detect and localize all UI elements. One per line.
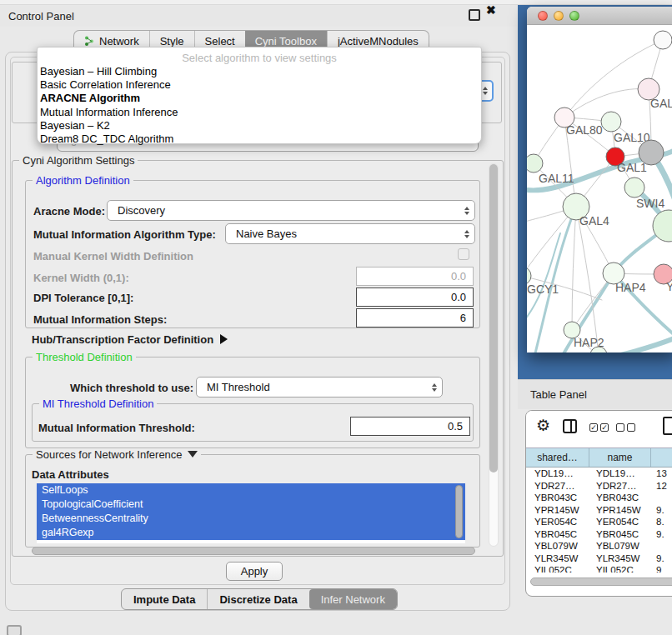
table-cell: YIL052C [526, 565, 589, 572]
split-columns-icon[interactable] [563, 419, 577, 433]
window-close-icon[interactable] [538, 11, 548, 21]
table-cell: YBR045C [526, 529, 589, 539]
mi-threshold-input[interactable] [350, 417, 470, 436]
network-node[interactable] [527, 154, 543, 172]
screen: Control Panel ✖ Network Style Select Cyn… [0, 0, 672, 635]
algorithm-definition-title: Algorithm Definition [33, 174, 133, 187]
combo-arrows-icon [459, 207, 474, 215]
which-threshold-combo[interactable]: MI Threshold [196, 377, 443, 398]
deselect-all-checkboxes-icon[interactable] [616, 423, 635, 432]
dpi-tolerance-input[interactable] [356, 288, 474, 307]
table-row[interactable]: YLR345WYLR345W9. [526, 552, 672, 565]
table-cell: YLR345W [589, 553, 651, 563]
column-header-name[interactable]: name [589, 448, 651, 467]
table-cell: 12 [651, 481, 672, 491]
threshold-definition-title: Threshold Definition [33, 351, 136, 363]
aracne-mode-label: Aracne Mode: [33, 205, 105, 218]
dropdown-item-selected[interactable]: ARACNE Algorithm [40, 92, 479, 105]
column-header-cut[interactable] [651, 448, 672, 467]
manual-kernel-checkbox[interactable] [458, 248, 469, 260]
attribute-item[interactable]: SelfLoops [37, 483, 465, 498]
attribute-item[interactable]: TopologicalCoefficient [37, 498, 465, 512]
tab-label: jActiveMNodules [338, 35, 419, 48]
table-row[interactable]: YIL052CYIL052C9 [526, 564, 672, 572]
table-cell: YBR043C [526, 492, 589, 502]
data-attributes-list[interactable]: SelfLoopsTopologicalCoefficientBetweenne… [37, 483, 465, 543]
table-cell: 13 [651, 468, 672, 478]
table-cell: YBL079W [589, 541, 651, 551]
kernel-width-input[interactable] [356, 267, 474, 286]
column-header-shared[interactable]: shared… [526, 448, 589, 467]
attributes-scrollbar-thumb[interactable] [455, 485, 463, 538]
close-panel-icon[interactable]: ✖ [486, 3, 496, 17]
stepper-down-icon [483, 92, 488, 95]
algorithm-dropdown-popup: Select algorithm to view settings Bayesi… [37, 47, 482, 144]
window-minimize-icon[interactable] [554, 11, 564, 21]
collapse-arrow-icon[interactable] [188, 451, 198, 458]
dropdown-item[interactable]: Dream8 DC_TDC Algorithm [40, 132, 479, 146]
float-panel-icon[interactable] [469, 9, 480, 21]
aracne-mode-combo[interactable]: Discovery [107, 200, 475, 221]
table-cell: 9. [651, 505, 672, 515]
table-row[interactable]: YBR043CYBR043C [526, 492, 672, 504]
mi-type-combo[interactable]: Naive Bayes [225, 223, 475, 244]
tab-discretize-data[interactable]: Discretize Data [207, 589, 308, 609]
network-node-label: GAL80 [566, 123, 603, 137]
tab-impute-data[interactable]: Impute Data [122, 589, 207, 609]
dropdown-item[interactable]: Mutual Information Inference [40, 106, 479, 119]
gear-icon[interactable]: ⚙ [536, 417, 550, 435]
table-cell: YDL19… [526, 468, 589, 478]
window-zoom-icon[interactable] [569, 11, 579, 21]
table-cell: 9. [651, 553, 672, 563]
apply-button[interactable]: Apply [226, 562, 283, 581]
table-row[interactable]: YDL19…YDL19…13 [526, 468, 672, 480]
table-row[interactable]: YBL079WYBL079W [526, 540, 672, 552]
table-cell: 8. [651, 517, 672, 527]
expand-arrow-icon [220, 334, 228, 344]
network-icon [84, 36, 94, 47]
table-cell: YIL052C [589, 565, 651, 572]
dropdown-item[interactable]: Bayesian – K2 [40, 119, 479, 132]
hub-definition-toggle[interactable]: Hub/Transcription Factor Definition [32, 333, 228, 346]
mi-threshold-label: Mutual Information Threshold: [38, 422, 195, 434]
tab-label: Style [160, 35, 184, 48]
select-all-checkboxes-icon[interactable]: ✓✓ [589, 423, 609, 432]
table-cell: YDR27… [526, 481, 589, 491]
table-row[interactable]: YDR27…YDR27…12 [526, 480, 672, 492]
horizontal-scrollbar-thumb[interactable] [32, 547, 475, 555]
table-row[interactable]: YBR045CYBR045C9. [526, 528, 672, 541]
mi-threshold-group-title: MI Threshold Definition [39, 398, 157, 410]
table-cell: YER054C [589, 517, 651, 527]
table-cell: 9. [651, 529, 672, 539]
network-node-label: GAL11 [539, 172, 574, 185]
network-node[interactable] [654, 31, 672, 49]
network-window-titlebar[interactable] [527, 7, 672, 25]
table-row[interactable]: YER054CYER054C8. [526, 516, 672, 528]
dropdown-hint: Select algorithm to view settings [38, 52, 481, 64]
dropdown-item[interactable]: Basic Correlation Inference [40, 78, 479, 92]
table-toolbar: ⚙ ✓✓ [526, 411, 672, 448]
attribute-item[interactable]: BetweennessCentrality [37, 512, 465, 526]
collapsed-panel-icon[interactable] [7, 625, 22, 635]
network-node[interactable] [624, 178, 644, 198]
table-horizontal-scrollbar[interactable] [530, 578, 672, 586]
network-window: GALGAL80GAL10GAL1GAL11SWI4GAL4HAP4YGCY1H… [527, 7, 672, 352]
network-edge[interactable] [572, 207, 576, 330]
document-icon[interactable] [663, 417, 672, 435]
tab-infer-network[interactable]: Infer Network [309, 589, 397, 609]
table-cell: YBR043C [589, 492, 651, 502]
mi-type-value: Naive Bayes [226, 228, 459, 240]
network-edge[interactable] [607, 335, 672, 352]
dropdown-item[interactable]: Bayesian – Hill Climbing [40, 65, 479, 78]
attribute-item[interactable]: gal4RGexp [37, 526, 465, 540]
manual-kernel-label: Manual Kernel Width Definition [33, 250, 193, 262]
network-node-label: SWI4 [636, 197, 664, 210]
which-threshold-value: MI Threshold [197, 381, 427, 393]
network-canvas[interactable]: GALGAL80GAL10GAL1GAL11SWI4GAL4HAP4YGCY1H… [527, 25, 672, 352]
hub-definition-label: Hub/Transcription Factor Definition [32, 333, 213, 346]
network-node[interactable] [601, 112, 621, 132]
settings-scrollbar-thumb[interactable] [489, 164, 498, 472]
table-row[interactable]: YPR145WYPR145W9. [526, 504, 672, 517]
mi-steps-input[interactable] [356, 308, 474, 328]
which-threshold-label: Which threshold to use: [70, 382, 193, 394]
